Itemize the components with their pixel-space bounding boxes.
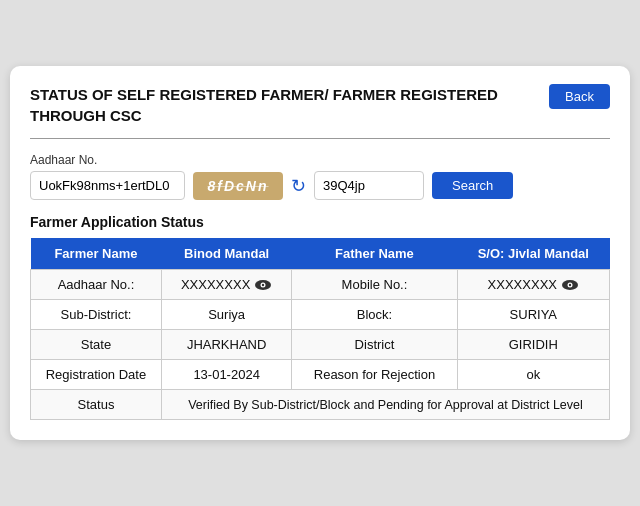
farmer-table: Farmer Name Binod Mandal Father Name S/O…	[30, 238, 610, 420]
rejection-reason-label: Reason for Rejection	[292, 360, 457, 390]
col-father-name-value: S/O: Jivlal Mandal	[457, 238, 609, 270]
page-header: STATUS OF SELF REGISTERED FARMER/ FARMER…	[30, 84, 610, 126]
col-farmer-name-label: Farmer Name	[31, 238, 162, 270]
table-row: Registration Date 13-01-2024 Reason for …	[31, 360, 610, 390]
aadhaar-value-cell: XXXXXXXX	[161, 270, 291, 300]
status-value: Verified By Sub-District/Block and Pendi…	[161, 390, 609, 420]
block-value: SURIYA	[457, 300, 609, 330]
main-card: STATUS OF SELF REGISTERED FARMER/ FARMER…	[10, 66, 630, 440]
col-father-name-label: Father Name	[292, 238, 457, 270]
captcha-input[interactable]	[314, 171, 424, 200]
sub-district-label: Sub-District:	[31, 300, 162, 330]
status-label: Status	[31, 390, 162, 420]
table-row: Sub-District: Suriya Block: SURIYA	[31, 300, 610, 330]
svg-point-5	[569, 283, 571, 285]
search-row: 8fDcNn ↻ Search	[30, 171, 610, 200]
table-header-row: Farmer Name Binod Mandal Father Name S/O…	[31, 238, 610, 270]
eye-icon	[254, 279, 272, 291]
district-label: District	[292, 330, 457, 360]
col-farmer-name-value: Binod Mandal	[161, 238, 291, 270]
block-label: Block:	[292, 300, 457, 330]
aadhaar-label: Aadhaar No.	[30, 153, 610, 167]
table-row: Aadhaar No.: XXXXXXXX Mobile No.: XXX	[31, 270, 610, 300]
table-row: Status Verified By Sub-District/Block an…	[31, 390, 610, 420]
eye-icon	[561, 279, 579, 291]
page-title: STATUS OF SELF REGISTERED FARMER/ FARMER…	[30, 84, 549, 126]
mobile-label-cell: Mobile No.:	[292, 270, 457, 300]
sub-district-value: Suriya	[161, 300, 291, 330]
reg-date-label: Registration Date	[31, 360, 162, 390]
search-button[interactable]: Search	[432, 172, 513, 199]
section-title: Farmer Application Status	[30, 214, 610, 230]
reg-date-value: 13-01-2024	[161, 360, 291, 390]
district-value: GIRIDIH	[457, 330, 609, 360]
state-value: JHARKHAND	[161, 330, 291, 360]
aadhaar-label-cell: Aadhaar No.:	[31, 270, 162, 300]
aadhaar-input[interactable]	[30, 171, 185, 200]
back-button[interactable]: Back	[549, 84, 610, 109]
header-divider	[30, 138, 610, 139]
svg-point-2	[262, 283, 264, 285]
captcha-image: 8fDcNn	[193, 172, 283, 200]
state-label: State	[31, 330, 162, 360]
table-row: State JHARKHAND District GIRIDIH	[31, 330, 610, 360]
mobile-value-cell: XXXXXXXX	[457, 270, 609, 300]
rejection-reason-value: ok	[457, 360, 609, 390]
refresh-icon[interactable]: ↻	[291, 175, 306, 197]
